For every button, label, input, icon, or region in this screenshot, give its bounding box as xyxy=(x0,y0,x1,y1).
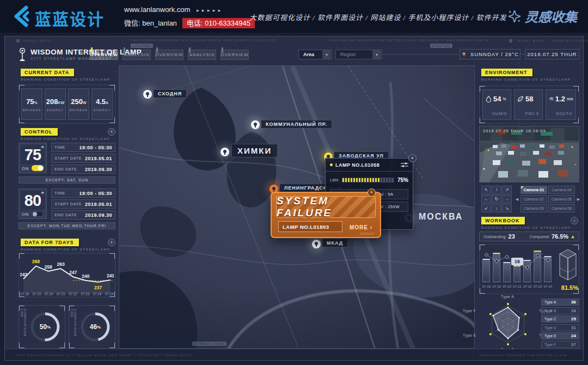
svg-text:243: 243 xyxy=(20,272,27,277)
camera-05-button[interactable]: Camera 05 xyxy=(548,195,575,203)
end-date-row: END DATE 2019.09.30 xyxy=(51,210,115,220)
stat-pm25: 58 PM2.5 xyxy=(514,89,543,120)
start-date-row: START DATE 2019.05.01 xyxy=(51,154,115,163)
current-data-stats: 75% BRINESS 208KW ENERGY 250W BRINESS 4.… xyxy=(19,84,115,124)
camera-dpad: ↖ ↑ ↗ ← ↻ → ↙ ↓ ↘ xyxy=(481,186,512,212)
map-label[interactable]: МКАД xyxy=(322,239,348,247)
brightness-level-box: 80 ⬘ ON xyxy=(19,188,47,219)
pan-down-button[interactable]: ↓ xyxy=(492,204,501,212)
failure-title: SYSTEM FAILURE xyxy=(277,195,375,219)
panel-subtitle: RUNNING CONDITION OF STREETLAMP xyxy=(481,78,571,81)
camera-04-button[interactable]: Camera 04 xyxy=(548,186,575,194)
decor-text: AND HAVING PERHAPS THE BETTER CLAIM, BEC… xyxy=(329,39,488,42)
svg-text:263: 263 xyxy=(57,261,64,267)
panel-subtitle: RUNNING CONDITION OF STREETLAMP xyxy=(481,226,571,229)
map-label[interactable]: КОММУНАЛЬНЫЙ ПР. xyxy=(261,120,332,129)
map-pin-mkad[interactable] xyxy=(312,240,321,248)
area-select[interactable]: Area ▾ xyxy=(298,50,332,59)
tab-analysis-2[interactable]: ANALYSIS xyxy=(188,50,216,60)
camera-01-button[interactable]: Camera 01 xyxy=(520,186,547,194)
type-row[interactable]: Type F37 xyxy=(541,341,579,348)
pan-up-left-button[interactable]: ↖ xyxy=(481,186,491,194)
power-toggle[interactable] xyxy=(32,165,44,171)
camera-scene xyxy=(480,126,579,182)
tab-analysis-1[interactable]: ANALYSIS xyxy=(122,50,151,60)
camera-prev-button[interactable]: ◀ xyxy=(514,195,519,203)
droplet-icon xyxy=(486,95,492,102)
svg-text:237: 237 xyxy=(94,285,102,290)
svg-text:247: 247 xyxy=(69,270,77,275)
decor-tag: LIGHTED xyxy=(430,44,452,48)
workbook-summary: Outstanding: 23 Compared: 76.5% ▲ xyxy=(479,232,579,241)
panel-title-7days: DATA FOR 7DAYS xyxy=(21,239,79,246)
phone-contact: 电话: 010-63334945 xyxy=(182,18,255,28)
collect-link[interactable]: 灵感收集 xyxy=(509,7,577,26)
decor-square xyxy=(509,39,512,42)
reset-view-button[interactable]: ↻ xyxy=(492,195,501,204)
date-display: 2019.07.25 THUR xyxy=(525,49,579,59)
camera-feed[interactable]: 2019.07.25 THUR 18:26:09 xyxy=(479,126,579,182)
camera-next-button[interactable]: ▶ xyxy=(576,195,581,203)
wechat-contact: 微信: ben_lanlan xyxy=(124,19,177,27)
pan-down-right-button[interactable]: ↘ xyxy=(502,204,512,212)
region-select[interactable]: Region ▾ xyxy=(335,50,382,59)
brightness-bar xyxy=(342,178,394,182)
radar-chart xyxy=(478,297,538,351)
power-toggle[interactable] xyxy=(32,211,44,217)
sliders-icon[interactable] xyxy=(401,162,408,168)
map-label[interactable]: МОСКВА xyxy=(414,211,467,223)
lanlan-logo-icon xyxy=(10,5,32,27)
tab-overview-2[interactable]: OVERVIEW xyxy=(155,50,183,60)
comparison-donut-1: COMPARISON FOR 50% xyxy=(19,305,65,349)
pan-up-button[interactable]: ↑ xyxy=(492,186,501,194)
decor-text: TRAVEL BOTH xyxy=(516,39,544,42)
start-date-row: START DATE 2019.05.01 xyxy=(51,199,115,209)
decor-text: SOME SAY AS FAR AS I COULD TO WHERE IT xyxy=(553,39,588,42)
tab-overview-3[interactable]: OVERVIEW xyxy=(220,50,249,60)
logo-text: 蓝蓝设计 xyxy=(35,6,105,30)
pan-left-button[interactable]: ← xyxy=(481,195,491,204)
lamp-mini-icon: ⬘ xyxy=(41,191,44,195)
status-dot xyxy=(330,163,333,166)
map-pin-khimki[interactable] xyxy=(220,148,229,156)
type-row[interactable]: Type C25 xyxy=(541,315,579,323)
website-link[interactable]: www.lanlanwork.com xyxy=(124,5,190,14)
add-control-button[interactable]: + xyxy=(108,128,115,136)
divider xyxy=(520,54,525,54)
camera-03-button[interactable]: Camera 03 xyxy=(520,204,547,212)
camera-06-button[interactable]: Camera 06 xyxy=(548,204,575,212)
hatch-decor: ////////// xyxy=(360,232,375,235)
type-row[interactable]: Type D31 xyxy=(541,324,579,331)
stat-wind: 1.2m/s SOUTH xyxy=(546,89,576,120)
close-icon[interactable]: × xyxy=(408,154,416,162)
panel-title-current-data: CURRENT DATA xyxy=(21,69,74,76)
tab-overview-1[interactable]: OVERVIEW xyxy=(90,50,118,60)
close-icon[interactable]: × xyxy=(367,188,376,197)
map-label[interactable]: ХИМКИ xyxy=(231,144,278,157)
streetlamp-icon xyxy=(18,48,27,62)
map-pin-skhodnya[interactable] xyxy=(143,90,152,99)
pan-up-right-button[interactable]: ↗ xyxy=(502,186,512,194)
comparison-donut-2: COMPARISON FOR 46% xyxy=(69,305,115,349)
pan-right-button[interactable]: → xyxy=(502,195,512,204)
panel-subtitle: RUNNING CONDITION OF STREETLAMP xyxy=(21,248,111,251)
leaf-icon xyxy=(517,95,524,102)
stat-briness-w: 250W BRINESS xyxy=(68,88,89,120)
workbook-more-button[interactable]: › xyxy=(571,217,578,224)
decor-text: AND HAVING PERHAPS THE BETTER CLAIM xyxy=(479,354,567,357)
promo-banner: 蓝蓝设计 www.lanlanwork.com►►►►► 微信: ben_lan… xyxy=(0,0,588,33)
expand-7days-button[interactable]: + xyxy=(108,239,115,246)
more-link[interactable]: MORE › xyxy=(350,224,372,230)
type-row[interactable]: Type E24 xyxy=(541,332,579,339)
type-row[interactable]: Type B28 xyxy=(541,307,579,314)
stat-humidity: 54% HUMID xyxy=(482,89,511,120)
panel-title-workbook: WORKBOOK xyxy=(481,217,525,224)
map-label[interactable]: СХОДНЯ xyxy=(153,89,187,98)
end-date-row: END DATE 2019.09.30 xyxy=(51,165,115,174)
lamp-id: LAMP NO.L01058 xyxy=(335,162,398,168)
map-pin-kommunalny[interactable] xyxy=(251,120,260,129)
camera-02-button[interactable]: Camera 02 xyxy=(520,195,547,203)
pan-down-left-button[interactable]: ↙ xyxy=(481,204,491,212)
type-row[interactable]: Type A36 xyxy=(541,299,579,306)
seven-day-line-chart: 243268258263247240237241 xyxy=(19,253,115,297)
